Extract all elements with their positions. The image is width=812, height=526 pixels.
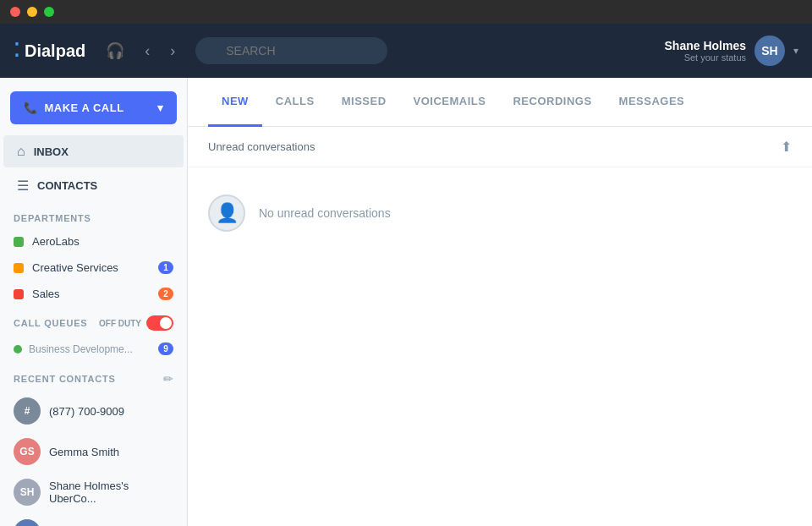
minimize-dot[interactable] [27, 7, 37, 17]
sales-name: Sales [32, 288, 150, 300]
sidebar-item-contacts[interactable]: ☰ CONTACTS [3, 169, 184, 202]
off-duty-toggle[interactable] [146, 315, 173, 331]
off-duty-label: OFF DUTY [99, 319, 141, 328]
toggle-wrapper: OFF DUTY [99, 315, 173, 331]
contact-go-big-campaign[interactable]: GB Go Big Campaign [0, 512, 187, 526]
make-call-label: MAKE A CALL [45, 101, 124, 114]
contact-avatar: SH [14, 479, 41, 506]
logo-text: Dialpad [25, 41, 85, 61]
headset-button[interactable]: 🎧 [99, 38, 131, 63]
close-dot[interactable] [10, 7, 20, 17]
forward-button[interactable]: › [163, 38, 182, 63]
make-call-chevron: ▾ [157, 101, 164, 114]
logo: ⁚ Dialpad [14, 40, 85, 62]
main: 📞 MAKE A CALL ▾ ⌂ INBOX ☰ CONTACTS DEPAR… [0, 78, 812, 526]
sales-badge: 2 [158, 288, 173, 300]
call-queues-label: CALL QUEUES [14, 318, 87, 328]
maximize-dot[interactable] [44, 7, 54, 17]
content: NEW CALLS MISSED VOICEMAILS RECORDINGS M… [188, 78, 812, 526]
home-icon: ⌂ [17, 144, 25, 159]
empty-state: 👤 No unread conversations [188, 167, 812, 259]
chevron-down-icon: ▾ [793, 45, 798, 57]
make-call-left: 📞 MAKE A CALL [24, 101, 124, 114]
recent-label: RECENT CONTACTS [14, 374, 116, 384]
empty-avatar-icon: 👤 [208, 195, 245, 232]
tab-calls[interactable]: CALLS [262, 78, 328, 127]
contact-gemma-smith[interactable]: GS Gemma Smith [0, 431, 187, 472]
contact-name: Gemma Smith [49, 446, 119, 458]
queue-badge: 9 [158, 342, 173, 355]
dept-creative-services[interactable]: Creative Services 1 [0, 255, 187, 281]
recent-edit-icon[interactable]: ✏ [163, 372, 173, 386]
logo-icon: ⁚ [14, 40, 19, 62]
content-body: Unread conversations ⬆ 👤 No unread conve… [188, 127, 812, 526]
dept-sales[interactable]: Sales 2 [0, 281, 187, 307]
contact-avatar: GS [14, 438, 41, 465]
contact-phone-number[interactable]: # (877) 700-9009 [0, 391, 187, 431]
contacts-icon: ☰ [17, 178, 29, 194]
tab-messages[interactable]: MESSAGES [606, 78, 699, 127]
back-button[interactable]: ‹ [138, 38, 156, 63]
tab-new[interactable]: NEW [208, 78, 262, 127]
aerolabs-name: AeroLabs [32, 235, 173, 248]
sidebar-item-inbox[interactable]: ⌂ INBOX [3, 135, 184, 167]
queue-business-dev[interactable]: Business Developme... 9 [0, 336, 187, 362]
unread-label: Unread conversations [208, 140, 315, 153]
user-text: Shane Holmes Set your status [665, 39, 746, 63]
tab-voicemails[interactable]: VOICEMAILS [400, 78, 500, 127]
empty-message: No unread conversations [259, 206, 391, 220]
contact-avatar: # [14, 397, 41, 425]
toggle-knob [160, 317, 172, 329]
departments-label: DEPARTMENTS [0, 203, 187, 228]
avatar-initials: SH [761, 44, 777, 58]
header: ⁚ Dialpad 🎧 ‹ › 🔍 Shane Holmes Set your … [0, 24, 812, 78]
header-nav: 🎧 ‹ › [99, 38, 182, 63]
titlebar [0, 0, 812, 24]
creative-name: Creative Services [32, 261, 150, 274]
search-input[interactable] [195, 37, 387, 64]
contact-avatar: GB [14, 519, 41, 526]
queue-name: Business Developme... [29, 343, 151, 355]
app: ⁚ Dialpad 🎧 ‹ › 🔍 Shane Holmes Set your … [0, 24, 812, 526]
user-name: Shane Holmes [665, 39, 746, 52]
tab-missed[interactable]: MISSED [328, 78, 400, 127]
call-queues-header: CALL QUEUES OFF DUTY [0, 307, 187, 336]
sidebar: 📞 MAKE A CALL ▾ ⌂ INBOX ☰ CONTACTS DEPAR… [0, 78, 188, 526]
inbox-label: INBOX [34, 145, 69, 158]
contacts-label: CONTACTS [37, 179, 97, 192]
phone-icon: 📞 [24, 101, 38, 114]
creative-dot [14, 263, 24, 273]
export-icon[interactable]: ⬆ [781, 139, 792, 155]
contact-name: Shane Holmes's UberCo... [49, 479, 173, 505]
tab-recordings[interactable]: RECORDINGS [499, 78, 605, 127]
avatar: SH [754, 36, 785, 66]
dept-aerolabs[interactable]: AeroLabs [0, 228, 187, 255]
contact-shane-holmess-uberco[interactable]: SH Shane Holmes's UberCo... [0, 472, 187, 512]
user-status: Set your status [665, 52, 746, 63]
tabs: NEW CALLS MISSED VOICEMAILS RECORDINGS M… [188, 78, 812, 127]
unread-section: Unread conversations ⬆ [188, 127, 812, 167]
recent-contacts-header: RECENT CONTACTS ✏ [0, 362, 187, 391]
aerolabs-dot [14, 237, 24, 247]
creative-badge: 1 [158, 261, 173, 274]
make-call-button[interactable]: 📞 MAKE A CALL ▾ [10, 91, 177, 124]
queue-dot [14, 345, 22, 353]
sales-dot [14, 289, 24, 299]
person-silhouette-icon: 👤 [216, 202, 239, 224]
contact-name: (877) 700-9009 [49, 405, 124, 418]
search-wrapper: 🔍 [195, 37, 416, 64]
user-info[interactable]: Shane Holmes Set your status SH ▾ [665, 36, 798, 66]
